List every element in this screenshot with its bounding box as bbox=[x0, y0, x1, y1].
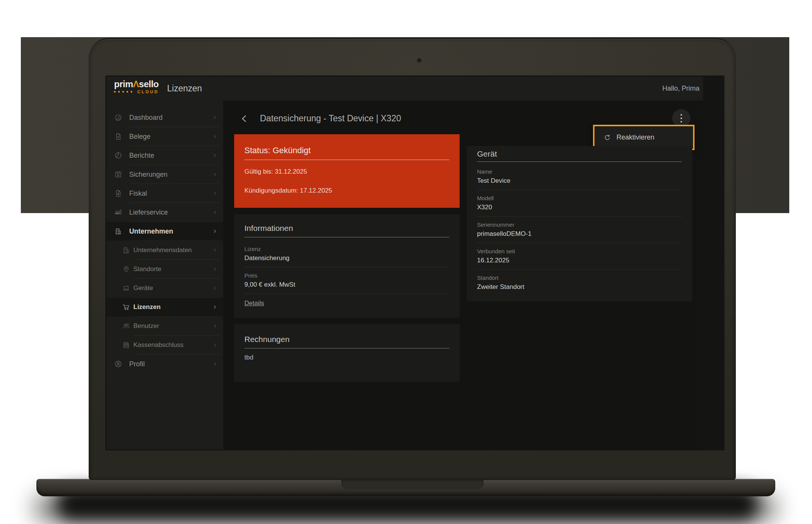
webcam-icon bbox=[418, 59, 421, 62]
sidebar-item-lieferservice[interactable]: Lieferservice bbox=[106, 203, 223, 222]
field-value: X320 bbox=[477, 204, 682, 211]
chevron-right-icon bbox=[213, 153, 217, 158]
invoices-card-title: Rechnungen bbox=[244, 335, 449, 348]
divider bbox=[244, 267, 449, 267]
divider bbox=[244, 293, 449, 294]
kebab-dot-icon bbox=[681, 121, 682, 122]
invoices-card: Rechnungen tbd bbox=[234, 324, 460, 382]
device-panel-title: Gerät bbox=[477, 149, 682, 162]
chevron-right-icon bbox=[213, 134, 217, 139]
status-termination-date: Kündigungsdatum: 17.12.2025 bbox=[244, 187, 449, 195]
invoices-placeholder: tbd bbox=[244, 354, 449, 361]
reactivate-menu-item[interactable]: Reaktivieren bbox=[595, 126, 693, 149]
field-label: Seriennummer bbox=[477, 221, 682, 228]
field-value: 9,00 € exkl. MwSt bbox=[244, 281, 449, 289]
field-label: Modell bbox=[477, 195, 682, 201]
pie-chart-icon bbox=[114, 151, 122, 160]
chevron-right-icon bbox=[213, 210, 217, 215]
chevron-right-icon bbox=[213, 267, 217, 271]
sidebar-item-profil[interactable]: Profil bbox=[106, 355, 223, 373]
status-card-title: Status: Gekündigt bbox=[244, 146, 449, 160]
field-label: Standort bbox=[477, 275, 682, 281]
field-label: Preis bbox=[244, 272, 449, 279]
details-link[interactable]: Details bbox=[244, 300, 264, 307]
back-button[interactable] bbox=[240, 114, 249, 123]
chevron-right-icon bbox=[213, 191, 217, 196]
newspaper-icon bbox=[122, 341, 130, 349]
chevron-right-icon bbox=[213, 115, 217, 120]
logo-dots-icon bbox=[114, 91, 132, 93]
chevron-right-icon bbox=[213, 343, 217, 347]
sidebar-item-belege[interactable]: Belege bbox=[106, 127, 223, 146]
refresh-icon bbox=[604, 134, 611, 141]
status-card: Status: Gekündigt Gültig bis: 31.12.2025… bbox=[234, 134, 460, 208]
sidebar-item-unternehmen[interactable]: Unternehmen bbox=[106, 222, 223, 241]
divider bbox=[477, 216, 682, 217]
app-header: primΛsello CLOUD Lizenzen Hallo, Prima bbox=[106, 77, 703, 100]
user-greeting: Hallo, Prima bbox=[662, 77, 699, 100]
sidebar-item-dashboard[interactable]: Dashboard bbox=[106, 108, 223, 127]
sidebar-item-lizenzen[interactable]: Lizenzen bbox=[106, 298, 223, 317]
sidebar: Dashboard Belege Berichte bbox=[106, 100, 223, 449]
brand-logo-cloud: CLOUD bbox=[137, 89, 159, 94]
sidebar-item-unternehmensdaten[interactable]: Unternehmensdaten bbox=[106, 241, 223, 260]
food-delivery-icon bbox=[114, 208, 122, 217]
building-icon bbox=[122, 246, 130, 254]
detail-page-title: Datensicherung - Test Device | X320 bbox=[260, 113, 401, 124]
field-label: Lizenz bbox=[244, 246, 449, 252]
kebab-dot-icon bbox=[681, 114, 682, 116]
laptop-lid-notch bbox=[341, 479, 483, 489]
field-value: 16.12.2025 bbox=[477, 257, 682, 264]
building-icon bbox=[114, 227, 122, 235]
divider bbox=[477, 190, 682, 190]
chevron-right-icon bbox=[213, 305, 217, 309]
sidebar-item-berichte[interactable]: Berichte bbox=[106, 146, 223, 165]
laptop-screen: primΛsello CLOUD Lizenzen Hallo, Prima D… bbox=[105, 75, 724, 450]
brand-logo: primΛsello CLOUD bbox=[114, 79, 159, 94]
laptop-base bbox=[36, 479, 775, 496]
chevron-right-icon bbox=[213, 172, 217, 177]
app-window: primΛsello CLOUD Lizenzen Hallo, Prima D… bbox=[106, 77, 703, 449]
chevron-right-icon bbox=[213, 362, 217, 366]
person-circle-icon bbox=[114, 360, 122, 368]
chevron-right-icon bbox=[213, 324, 217, 328]
gauge-icon bbox=[114, 113, 122, 122]
field-value: primaselloDEMO-1 bbox=[477, 230, 682, 238]
device-panel: Gerät Name Test Device Modell X320 Serie… bbox=[467, 146, 692, 301]
main-content: Datensicherung - Test Device | X320 Reak… bbox=[223, 100, 703, 449]
sidebar-item-benutzer[interactable]: Benutzer bbox=[106, 317, 223, 336]
cart-icon bbox=[122, 303, 130, 311]
page-section-title: Lizenzen bbox=[167, 77, 202, 100]
field-value: Datensicherung bbox=[244, 254, 449, 262]
brand-logo-wordmark: primΛsello bbox=[114, 79, 159, 89]
users-icon bbox=[122, 322, 130, 330]
status-valid-until: Gültig bis: 31.12.2025 bbox=[244, 168, 449, 176]
sidebar-item-geraete[interactable]: Geräte bbox=[106, 279, 223, 298]
sidebar-item-sicherungen[interactable]: Sicherungen bbox=[106, 165, 223, 184]
document-icon bbox=[114, 132, 122, 141]
information-card-title: Informationen bbox=[244, 224, 449, 237]
divider bbox=[477, 243, 682, 243]
information-card: Informationen Lizenz Datensicherung Prei… bbox=[234, 214, 460, 318]
map-pin-icon bbox=[122, 265, 130, 273]
field-label: Verbunden seit bbox=[477, 248, 682, 254]
divider bbox=[477, 269, 682, 270]
page: primΛsello CLOUD Lizenzen Hallo, Prima D… bbox=[0, 0, 812, 524]
reactivate-label: Reaktivieren bbox=[616, 133, 654, 141]
field-value: Test Device bbox=[477, 177, 682, 185]
chevron-right-icon bbox=[213, 229, 217, 234]
field-label: Name bbox=[477, 168, 682, 175]
chevron-right-icon bbox=[213, 286, 217, 290]
floppy-disk-icon bbox=[114, 170, 122, 179]
sidebar-item-standorte[interactable]: Standorte bbox=[106, 260, 223, 279]
sidebar-item-fiskal[interactable]: Fiskal bbox=[106, 184, 223, 203]
brand-logo-subline: CLOUD bbox=[114, 89, 159, 94]
chevron-right-icon bbox=[213, 248, 217, 253]
document-lock-icon bbox=[114, 189, 122, 198]
sidebar-item-kassenabschluss[interactable]: Kassenabschluss bbox=[106, 336, 223, 355]
laptop-icon bbox=[122, 284, 130, 292]
field-value: Zweiter Standort bbox=[477, 283, 682, 291]
laptop-lid: primΛsello CLOUD Lizenzen Hallo, Prima D… bbox=[89, 38, 736, 480]
kebab-dot-icon bbox=[681, 118, 682, 119]
